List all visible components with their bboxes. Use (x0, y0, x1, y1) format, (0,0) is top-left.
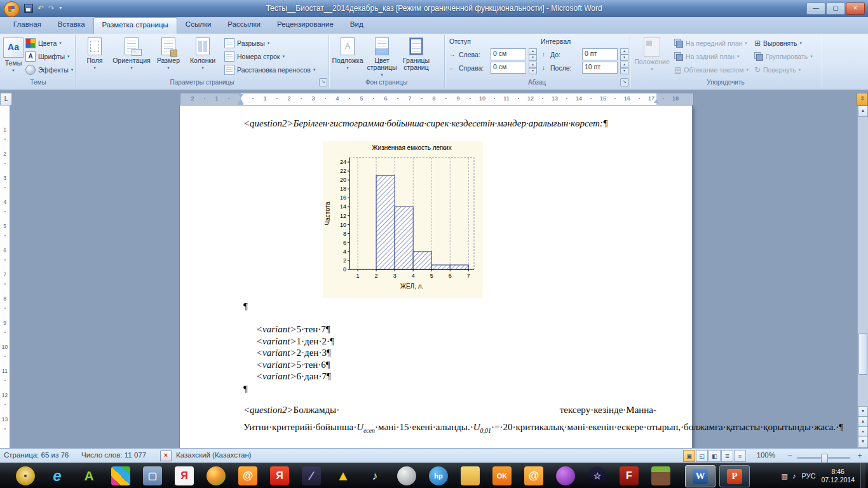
save-icon[interactable] (24, 4, 33, 13)
page-indicator[interactable]: Страница: 65 из 76 (4, 451, 69, 459)
view-button-3[interactable]: ≣ (721, 450, 733, 462)
ruler-toggle-button[interactable]: ⇕ (857, 93, 868, 105)
watermark-button[interactable]: Подложка ▾ (330, 36, 365, 71)
horizontal-ruler[interactable]: 21123456789101112131415161718 (180, 93, 694, 105)
pen-app-icon[interactable]: ∕ (302, 466, 321, 485)
folder-icon[interactable] (461, 466, 480, 485)
yandex-white-icon[interactable]: Я (175, 466, 194, 485)
galaxy-app-icon[interactable]: ☆ (588, 466, 607, 485)
office-button[interactable] (4, 1, 20, 17)
start-disc-icon[interactable]: • (16, 466, 35, 485)
scroll-thumb[interactable] (858, 333, 867, 375)
internet-explorer-icon[interactable]: e (48, 466, 67, 485)
mail-agent2-icon[interactable]: @ (524, 466, 543, 485)
zoom-slider-thumb[interactable] (821, 454, 828, 463)
minimize-button[interactable]: — (806, 3, 825, 15)
tray-display-icon[interactable]: ▥ (782, 472, 788, 480)
align-button[interactable]: ⊞ Выровнять ▾ (752, 36, 813, 50)
view-button-2[interactable]: ◧ (709, 450, 721, 462)
theme-effects-button[interactable]: Эффекты ▾ (24, 63, 73, 76)
word-count[interactable]: Число слов: 11 077 (81, 451, 146, 459)
qat-customize-icon[interactable]: ▾ (59, 3, 62, 13)
powerpoint-window-button[interactable]: P (719, 465, 750, 487)
mail-agent-icon[interactable]: @ (238, 466, 257, 485)
send-to-back-button[interactable]: На задний план ▾ (672, 50, 749, 63)
histogram-chart[interactable]: 0246810121416182022241234567Жизненная ем… (323, 141, 483, 298)
zoom-slider[interactable] (797, 457, 850, 459)
restore-button[interactable]: ▢ (826, 3, 845, 15)
spacing-after-spinner[interactable]: ▴▾ (620, 62, 628, 74)
page-color-button[interactable]: Цвет страницы ▾ (365, 36, 399, 78)
rotate-button[interactable]: ↻ Повернуть ▾ (752, 63, 813, 76)
word-window-button[interactable]: W (685, 465, 715, 487)
hp-icon[interactable]: hp (429, 466, 448, 485)
bring-to-front-button[interactable]: На передний план ▾ (672, 36, 749, 50)
size-button[interactable]: Размер ▾ (151, 36, 186, 71)
position-button[interactable]: Положение ▾ (632, 36, 672, 72)
view-button-4[interactable]: ≡ (734, 450, 746, 462)
keyboard-layout-indicator[interactable]: РУС (801, 472, 815, 480)
document-page[interactable]: <question2>Берілген·гистограмма·бойынша·… (180, 105, 692, 448)
volume-app-icon[interactable]: ♪ (365, 466, 384, 485)
page-borders-button[interactable]: Границы страниц (399, 36, 433, 71)
paragraph-dialog-launcher[interactable]: ↘ (620, 78, 628, 86)
group-button[interactable]: Группировать ▾ (752, 50, 813, 63)
yandex-red-icon[interactable]: Я (270, 466, 289, 485)
margins-button[interactable]: Поля ▾ (78, 36, 112, 71)
scroll-up-button[interactable]: ▲ (858, 105, 868, 117)
ribbon-tab-1[interactable]: Вставка (50, 17, 93, 34)
next-page-button[interactable]: ▼ (858, 437, 868, 448)
theme-fonts-button[interactable]: A Шрифты ▾ (24, 50, 73, 63)
line-numbers-button[interactable]: Номера строк ▾ (222, 50, 315, 63)
zoom-in-button[interactable]: + (855, 451, 864, 460)
vertical-scrollbar[interactable]: ▲ ▼ ▲ ● ▼ (857, 105, 868, 448)
color-sphere-icon[interactable] (207, 466, 226, 485)
tray-volume-icon[interactable]: ♪ (792, 472, 796, 480)
ribbon-tab-5[interactable]: Рецензирование (269, 17, 342, 34)
warning-app-icon[interactable]: ▲ (334, 466, 353, 485)
app-window-icon[interactable]: ▢ (143, 466, 162, 485)
hyphenation-button[interactable]: Расстановка переносов ▾ (222, 63, 315, 76)
spell-check-icon[interactable]: × (160, 451, 172, 461)
view-button-1[interactable]: ◱ (696, 450, 708, 462)
columns-button[interactable]: Колонки ▾ (186, 36, 220, 71)
media-mosaic-icon[interactable] (111, 466, 130, 485)
indent-left-input[interactable]: 0 см (491, 48, 526, 60)
odnoklassniki-icon[interactable]: OK (492, 466, 512, 485)
indent-right-spinner[interactable]: ▴▾ (529, 62, 537, 74)
spacing-after-input[interactable]: 10 пт (582, 62, 618, 74)
vertical-ruler[interactable]: 12345678910111213 (0, 105, 10, 448)
view-button-0[interactable]: ▣ (683, 450, 695, 462)
ribbon-tab-3[interactable]: Ссылки (177, 17, 220, 34)
zoom-level[interactable]: 100% (757, 451, 775, 459)
indent-right-input[interactable]: 0 см (491, 62, 526, 74)
zoom-out-button[interactable]: − (785, 451, 794, 460)
flash-icon[interactable]: F (620, 466, 639, 485)
tab-selector[interactable]: L (0, 93, 12, 105)
spacing-before-input[interactable]: 0 пт (582, 48, 618, 60)
ribbon-tab-0[interactable]: Главная (5, 17, 50, 34)
minecraft-icon[interactable] (651, 466, 670, 485)
left-indent-box-marker[interactable] (238, 103, 243, 105)
purple-sphere-icon[interactable] (556, 466, 575, 485)
themes-button[interactable]: Aa Темы ▾ (3, 36, 24, 74)
ribbon-tab-6[interactable]: Вид (342, 17, 372, 34)
ribbon-tab-4[interactable]: Рассылки (219, 17, 269, 34)
first-line-indent-marker[interactable] (238, 94, 243, 98)
aimp-icon[interactable]: A (79, 466, 98, 485)
undo-icon[interactable]: ↶ (37, 3, 44, 13)
page-setup-dialog-launcher[interactable]: ↘ (319, 78, 327, 86)
text-wrap-button[interactable]: ▤ Обтекание текстом ▾ (672, 63, 749, 76)
clock[interactable]: 8:46 07.12.2014 (821, 468, 855, 484)
close-button[interactable]: × (846, 3, 865, 15)
spacing-before-spinner[interactable]: ▴▾ (620, 48, 628, 61)
breaks-button[interactable]: Разрывы ▾ (222, 36, 315, 50)
indent-left-spinner[interactable]: ▴▾ (529, 48, 537, 61)
gray-sphere-icon[interactable] (397, 466, 416, 485)
ribbon-tab-2[interactable]: Разметка страницы (93, 17, 177, 34)
redo-icon[interactable]: ↷ (48, 3, 55, 13)
orientation-button[interactable]: Ориентация ▾ (112, 36, 151, 71)
language-indicator[interactable]: Казахский (Казахстан) (176, 451, 252, 459)
theme-colors-button[interactable]: Цвета ▾ (24, 36, 73, 50)
show-desktop-button[interactable] (860, 463, 865, 488)
